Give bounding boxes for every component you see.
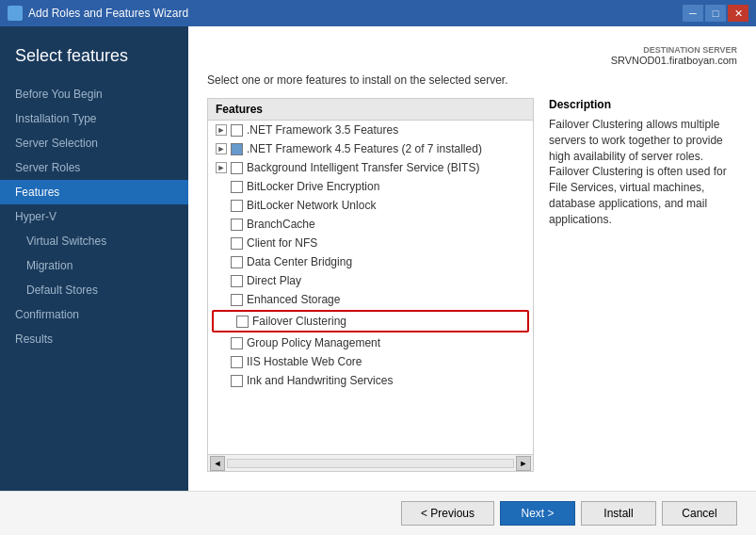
expand-icon-bits[interactable]: ► xyxy=(216,162,227,173)
sidebar-item-before-you-begin[interactable]: Before You Begin xyxy=(0,82,188,106)
scroll-right-btn[interactable]: ► xyxy=(516,456,531,471)
sidebar-header: Select features xyxy=(0,26,188,82)
features-left: Features ►.NET Framework 3.5 Features►.N… xyxy=(207,98,534,472)
sidebar-item-default-stores[interactable]: Default Stores xyxy=(0,278,188,302)
checkbox-branchcache[interactable] xyxy=(231,219,243,231)
next-button[interactable]: Next > xyxy=(500,501,575,526)
sidebar-item-confirmation[interactable]: Confirmation xyxy=(0,302,188,327)
checkbox-dcb[interactable] xyxy=(231,256,243,268)
sidebar-item-server-selection[interactable]: Server Selection xyxy=(0,131,188,155)
feature-label-bitlocker-network: BitLocker Network Unlock xyxy=(247,199,525,212)
feature-label-bits: Background Intelligent Transfer Service … xyxy=(247,161,525,174)
feature-item-ink-handwriting[interactable]: Ink and Handwriting Services xyxy=(208,371,533,390)
title-bar-title: Add Roles and Features Wizard xyxy=(28,7,188,20)
checkbox-bitlocker-drive[interactable] xyxy=(231,181,243,193)
feature-label-iis-hostable: IIS Hostable Web Core xyxy=(247,355,525,368)
feature-label-net45: .NET Framework 4.5 Features (2 of 7 inst… xyxy=(247,142,525,155)
checkbox-iis-hostable[interactable] xyxy=(231,356,243,368)
wizard-body: Select features Before You BeginInstalla… xyxy=(0,26,756,535)
description-text: Failover Clustering allows multiple serv… xyxy=(549,117,737,228)
feature-label-dcb: Data Center Bridging xyxy=(247,255,525,268)
feature-item-bitlocker-network[interactable]: BitLocker Network Unlock xyxy=(208,196,533,215)
server-name: SRVNOD01.firatboyan.com xyxy=(207,55,737,66)
checkbox-bits[interactable] xyxy=(231,162,243,174)
feature-item-branchcache[interactable]: BranchCache xyxy=(208,215,533,234)
wizard-footer: < Previous Next > Install Cancel xyxy=(0,491,756,535)
title-bar-controls: ─ □ ✕ xyxy=(683,5,748,22)
checkbox-enhanced-storage[interactable] xyxy=(231,294,243,306)
wizard-content: Select features Before You BeginInstalla… xyxy=(0,26,756,491)
feature-item-failover-clustering[interactable]: Failover Clustering xyxy=(212,310,529,332)
feature-item-enhanced-storage[interactable]: Enhanced Storage xyxy=(208,290,533,309)
sidebar-item-virtual-switches[interactable]: Virtual Switches xyxy=(0,229,188,253)
description-panel: Description Failover Clustering allows m… xyxy=(549,98,737,472)
feature-item-bits[interactable]: ►Background Intelligent Transfer Service… xyxy=(208,158,533,177)
main-instruction: Select one or more features to install o… xyxy=(207,73,737,87)
feature-item-client-nfs[interactable]: Client for NFS xyxy=(208,234,533,252)
sidebar: Select features Before You BeginInstalla… xyxy=(0,26,188,491)
sidebar-items: Before You BeginInstallation TypeServer … xyxy=(0,82,188,351)
checkbox-bitlocker-network[interactable] xyxy=(231,200,243,212)
feature-label-group-policy: Group Policy Management xyxy=(247,336,525,349)
checkbox-net45[interactable] xyxy=(231,143,243,155)
feature-item-group-policy[interactable]: Group Policy Management xyxy=(208,333,533,352)
sidebar-item-installation-type[interactable]: Installation Type xyxy=(0,106,188,131)
feature-item-net45[interactable]: ►.NET Framework 4.5 Features (2 of 7 ins… xyxy=(208,139,533,158)
sidebar-item-server-roles[interactable]: Server Roles xyxy=(0,155,188,180)
feature-label-bitlocker-drive: BitLocker Drive Encryption xyxy=(247,180,525,193)
checkbox-direct-play[interactable] xyxy=(231,275,243,287)
close-button[interactable]: ✕ xyxy=(728,5,748,22)
feature-item-net35[interactable]: ►.NET Framework 3.5 Features xyxy=(208,121,533,139)
checkbox-ink-handwriting[interactable] xyxy=(231,375,243,387)
description-header: Description xyxy=(549,98,737,111)
checkbox-group-policy[interactable] xyxy=(231,337,243,349)
feature-label-net35: .NET Framework 3.5 Features xyxy=(247,123,525,137)
server-label: DESTINATION SERVER xyxy=(207,45,737,55)
checkbox-failover-clustering[interactable] xyxy=(236,316,249,328)
feature-label-client-nfs: Client for NFS xyxy=(247,236,525,250)
install-button[interactable]: Install xyxy=(581,501,656,526)
expand-icon-net45[interactable]: ► xyxy=(216,143,227,154)
sidebar-item-migration[interactable]: Migration xyxy=(0,253,188,278)
features-panel: Features ►.NET Framework 3.5 Features►.N… xyxy=(207,98,737,472)
minimize-button[interactable]: ─ xyxy=(683,5,703,22)
feature-label-direct-play: Direct Play xyxy=(247,274,525,287)
feature-label-ink-handwriting: Ink and Handwriting Services xyxy=(247,374,525,387)
features-list[interactable]: ►.NET Framework 3.5 Features►.NET Framew… xyxy=(208,121,533,454)
feature-item-dcb[interactable]: Data Center Bridging xyxy=(208,252,533,271)
checkbox-client-nfs[interactable] xyxy=(231,237,243,250)
previous-button[interactable]: < Previous xyxy=(401,501,494,526)
feature-label-failover-clustering: Failover Clustering xyxy=(252,315,520,328)
checkbox-net35[interactable] xyxy=(231,124,243,137)
horizontal-scrollbar[interactable]: ◄ ► xyxy=(208,454,533,471)
server-info: DESTINATION SERVER SRVNOD01.firatboyan.c… xyxy=(207,45,737,66)
wizard-icon xyxy=(8,6,23,21)
feature-item-bitlocker-drive[interactable]: BitLocker Drive Encryption xyxy=(208,177,533,196)
feature-label-branchcache: BranchCache xyxy=(247,218,525,231)
scroll-track[interactable] xyxy=(227,459,514,468)
feature-item-direct-play[interactable]: Direct Play xyxy=(208,271,533,290)
scroll-left-btn[interactable]: ◄ xyxy=(210,456,225,471)
feature-label-enhanced-storage: Enhanced Storage xyxy=(247,293,525,306)
expand-icon-net35[interactable]: ► xyxy=(216,124,227,136)
features-header: Features xyxy=(208,99,533,121)
sidebar-item-results[interactable]: Results xyxy=(0,327,188,351)
sidebar-item-hyper-v[interactable]: Hyper-V xyxy=(0,204,188,229)
maximize-button[interactable]: □ xyxy=(705,5,726,22)
title-bar-left: Add Roles and Features Wizard xyxy=(8,6,188,21)
title-bar: Add Roles and Features Wizard ─ □ ✕ xyxy=(0,0,756,26)
main-content: DESTINATION SERVER SRVNOD01.firatboyan.c… xyxy=(188,26,756,491)
cancel-button[interactable]: Cancel xyxy=(662,501,737,526)
feature-item-iis-hostable[interactable]: IIS Hostable Web Core xyxy=(208,352,533,371)
sidebar-item-features[interactable]: Features xyxy=(0,180,188,204)
